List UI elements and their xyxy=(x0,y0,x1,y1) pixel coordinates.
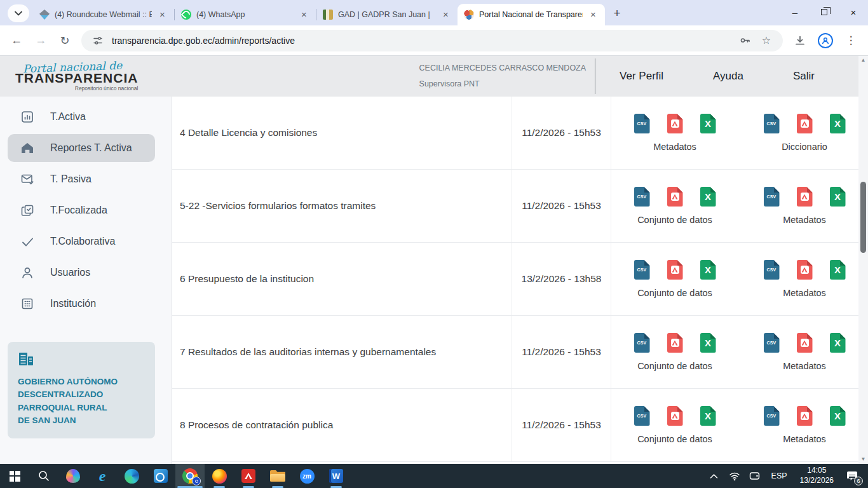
taskbar-internet-explorer-button[interactable]: e xyxy=(88,464,117,488)
taskbar-search-button[interactable] xyxy=(29,464,58,488)
sidebar-item-usuarios[interactable]: Usuarios xyxy=(8,259,155,287)
profile-avatar[interactable] xyxy=(815,30,836,51)
excel-file-icon[interactable]: X xyxy=(700,114,716,133)
vertical-scrollbar[interactable]: ▲ ▼ xyxy=(858,56,868,464)
tab-whatsapp[interactable]: (4) WhatsApp × xyxy=(175,4,316,25)
excel-file-icon[interactable]: X xyxy=(700,187,716,207)
sidebar-item-t-focalizada[interactable]: T.Focalizada xyxy=(8,196,155,224)
csv-file-icon[interactable]: CSV xyxy=(764,187,780,207)
screen-cast-button[interactable] xyxy=(747,466,763,485)
tab-gad[interactable]: GAD | GADPR San Juan | × xyxy=(316,4,458,25)
scrollbar-track[interactable] xyxy=(858,65,868,455)
pdf-file-icon[interactable] xyxy=(667,406,683,426)
close-tab-icon[interactable]: × xyxy=(588,10,599,20)
taskbar-zoom-button[interactable]: zm xyxy=(292,464,322,488)
institution-card[interactable]: GOBIERNO AUTÓNOMO DESCENTRALIZADO PARROQ… xyxy=(8,342,155,438)
close-tab-icon[interactable]: × xyxy=(299,10,309,20)
bookmark-star-icon[interactable]: ☆ xyxy=(759,33,774,48)
sidebar-item-t-pasiva[interactable]: T. Pasiva xyxy=(8,165,155,193)
sidebar-item-reportes-t-activa[interactable]: Reportes T. Activa xyxy=(8,134,155,162)
language-indicator[interactable]: ESP xyxy=(768,471,791,480)
site-settings-icon[interactable] xyxy=(90,33,105,48)
pdf-file-icon[interactable] xyxy=(667,114,683,133)
whatsapp-favicon xyxy=(181,10,191,20)
browser-menu-button[interactable]: ⋮ xyxy=(840,30,862,51)
tab-title: Portal Nacional de Transparenci xyxy=(479,10,583,19)
gad-favicon xyxy=(323,10,333,20)
taskbar-acrobat-button[interactable] xyxy=(234,464,263,488)
csv-file-icon[interactable]: CSV xyxy=(634,406,650,426)
restore-button[interactable] xyxy=(810,0,839,24)
salir-link[interactable]: Salir xyxy=(793,70,815,83)
csv-file-icon[interactable]: CSV xyxy=(764,333,780,353)
taskbar-firefox-button[interactable] xyxy=(205,464,234,488)
taskbar-outlook-button[interactable] xyxy=(146,464,175,488)
home-icon xyxy=(20,141,34,155)
ayuda-link[interactable]: Ayuda xyxy=(713,70,743,83)
excel-file-icon[interactable]: X xyxy=(700,333,716,353)
close-tab-icon[interactable]: × xyxy=(157,10,168,20)
taskbar-word-button[interactable]: W xyxy=(322,464,351,488)
pdf-file-icon[interactable] xyxy=(667,260,683,280)
acrobat-logo-icon xyxy=(801,193,809,201)
sidebar-item-label: Institución xyxy=(50,298,96,309)
taskbar-copilot-button[interactable] xyxy=(58,464,88,488)
url-text[interactable]: transparencia.dpe.gob.ec/admin/reports/a… xyxy=(112,36,731,46)
csv-file-icon[interactable]: CSV xyxy=(764,114,780,133)
pdf-file-icon[interactable] xyxy=(797,114,813,133)
tab-title: GAD | GADPR San Juan | xyxy=(338,10,435,19)
downloads-button[interactable] xyxy=(789,30,811,51)
scrollbar-thumb[interactable] xyxy=(860,182,866,253)
password-key-icon[interactable] xyxy=(737,33,752,48)
pdf-file-icon[interactable] xyxy=(667,333,683,353)
wifi-indicator[interactable] xyxy=(727,466,742,485)
csv-file-icon[interactable]: CSV xyxy=(634,333,650,353)
csv-file-icon[interactable]: CSV xyxy=(634,260,650,280)
pdf-file-icon[interactable] xyxy=(797,333,813,353)
excel-file-icon[interactable]: X xyxy=(830,333,846,353)
reload-button[interactable]: ↻ xyxy=(55,30,75,51)
forward-button[interactable]: → xyxy=(31,30,51,51)
excel-file-icon[interactable]: X xyxy=(830,187,846,207)
taskbar-edge-button[interactable] xyxy=(117,464,146,488)
start-button[interactable] xyxy=(0,464,29,488)
taskbar-file-explorer-button[interactable] xyxy=(263,464,292,488)
pdf-file-icon[interactable] xyxy=(797,260,813,280)
clock[interactable]: 14:05 13/2/2026 xyxy=(796,466,837,485)
acrobat-logo-icon xyxy=(671,193,679,201)
notification-center-button[interactable]: 6 xyxy=(843,466,862,485)
tray-expand-button[interactable] xyxy=(707,466,722,485)
tab-roundcube[interactable]: (4) Roundcube Webmail :: Entra × xyxy=(33,4,174,25)
close-tab-icon[interactable]: × xyxy=(440,10,451,20)
minimize-button[interactable]: – xyxy=(780,0,810,24)
taskbar-chrome-button[interactable] xyxy=(175,464,205,488)
scroll-up-icon[interactable]: ▲ xyxy=(861,56,866,65)
back-button[interactable]: ← xyxy=(6,30,27,51)
pdf-file-icon[interactable] xyxy=(797,406,813,426)
close-window-button[interactable]: × xyxy=(839,0,868,24)
scroll-down-icon[interactable]: ▼ xyxy=(861,455,866,464)
ver-perfil-link[interactable]: Ver Perfil xyxy=(620,70,663,83)
excel-file-icon[interactable]: X xyxy=(700,406,716,426)
tab-portal-transparencia-active[interactable]: Portal Nacional de Transparenci × xyxy=(458,4,605,25)
address-bar[interactable]: transparencia.dpe.gob.ec/admin/reports/a… xyxy=(81,30,783,51)
new-tab-button[interactable]: + xyxy=(607,4,627,23)
sidebar: T.Activa Reportes T. Activa T. Pasiva T.… xyxy=(0,97,172,464)
pdf-file-icon[interactable] xyxy=(797,187,813,207)
csv-file-icon[interactable]: CSV xyxy=(764,406,780,426)
excel-file-icon[interactable]: X xyxy=(830,406,846,426)
tab-search-button[interactable] xyxy=(8,4,29,22)
csv-file-icon[interactable]: CSV xyxy=(634,114,650,133)
pdf-file-icon[interactable] xyxy=(667,187,683,207)
csv-file-icon[interactable]: CSV xyxy=(764,260,780,280)
logo-tagline: Repositorio único nacional xyxy=(15,86,138,92)
excel-label: X xyxy=(834,264,841,275)
excel-file-icon[interactable]: X xyxy=(830,114,846,133)
institution-building-icon xyxy=(18,351,34,367)
excel-file-icon[interactable]: X xyxy=(700,260,716,280)
sidebar-item-institucion[interactable]: Institución xyxy=(8,290,155,318)
excel-file-icon[interactable]: X xyxy=(830,260,846,280)
sidebar-item-t-colaborativa[interactable]: T.Colaborativa xyxy=(8,227,155,255)
csv-file-icon[interactable]: CSV xyxy=(634,187,650,207)
sidebar-item-t-activa[interactable]: T.Activa xyxy=(8,103,155,131)
